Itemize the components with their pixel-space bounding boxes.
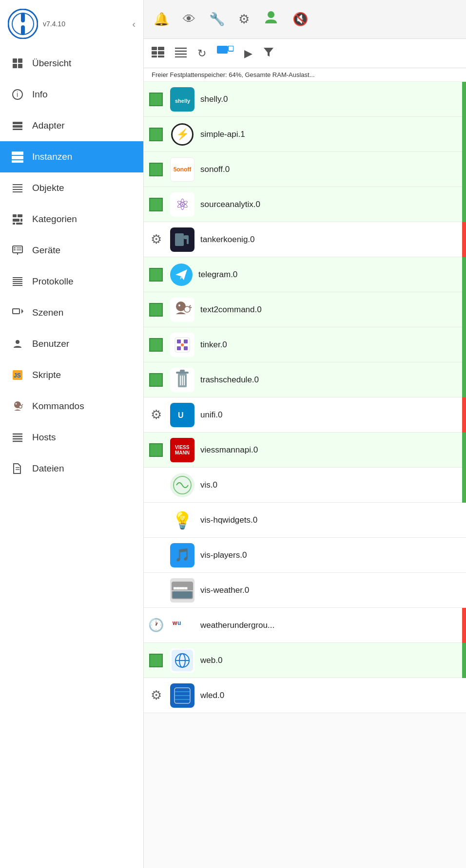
svg-marker-38 [21, 309, 23, 314]
list-item[interactable]: ⚡ simple-api.1 [144, 117, 466, 152]
status-indicator: ⚙ [148, 231, 164, 248]
svg-rect-3 [21, 25, 25, 35]
status-indicator [148, 126, 164, 143]
instance-name: text2command.0 [198, 305, 462, 315]
right-status-indicator [462, 152, 466, 187]
sidebar-item-info[interactable]: i Info [0, 79, 143, 110]
table-view-icon[interactable] [152, 47, 164, 60]
svg-point-39 [16, 340, 19, 344]
svg-rect-6 [13, 64, 17, 68]
svg-rect-10 [13, 122, 22, 124]
instance-name: vis-weather.0 [198, 585, 462, 595]
sidebar-item-szenen[interactable]: Szenen [0, 297, 143, 328]
status-indicator [148, 512, 164, 528]
svg-text:JS: JS [14, 372, 21, 379]
sidebar-item-kategorien[interactable]: Kategorien [0, 204, 143, 235]
kategorien-icon [11, 212, 24, 226]
status-square-green [149, 268, 163, 282]
sidebar-item-protokolle[interactable]: Protokolle [0, 266, 143, 297]
sidebar-item-uebersicht[interactable]: Übersicht [0, 48, 143, 79]
svg-rect-22 [13, 219, 19, 222]
right-status-indicator [462, 327, 466, 362]
benutzer-icon [11, 337, 24, 351]
settings-icon[interactable]: ⚙ [238, 12, 250, 27]
svg-rect-12 [13, 129, 22, 130]
status-indicator [148, 442, 164, 458]
instance-name: weatherundergrou... [198, 621, 462, 630]
svg-point-43 [16, 403, 17, 405]
list-item[interactable]: ⚙ U unifi.0 [144, 397, 466, 433]
sound-off-icon[interactable]: 🔇 [292, 12, 308, 27]
svg-line-77 [189, 305, 191, 307]
wrench-icon[interactable]: 🔧 [209, 12, 225, 27]
list-item[interactable]: shelly shelly.0 [144, 82, 466, 117]
sidebar-item-skripte[interactable]: JS Skripte [0, 359, 143, 391]
right-status-indicator [462, 117, 466, 152]
info-icon: i [11, 88, 24, 101]
right-status-indicator [462, 573, 466, 608]
sidebar-item-adapter[interactable]: Adapter [0, 110, 143, 141]
list-item[interactable]: text2command.0 [144, 292, 466, 327]
top-toolbar: 🔔 👁 🔧 ⚙ 🔇 [144, 0, 466, 39]
status-square-green [149, 128, 163, 141]
instance-name: tankerkoenig.0 [198, 235, 462, 245]
list-view-icon[interactable] [175, 47, 187, 60]
sidebar-item-benutzer[interactable]: Benutzer [0, 328, 143, 359]
instance-name: vis-players.0 [198, 550, 462, 560]
status-square-green [149, 654, 163, 667]
sidebar-item-label-skripte: Skripte [32, 370, 61, 380]
szenen-icon [11, 306, 24, 320]
status-indicator [148, 302, 164, 318]
svg-rect-7 [18, 64, 22, 68]
bell-icon[interactable]: 🔔 [154, 12, 169, 27]
navigation: Übersicht i Info Adapter [0, 48, 143, 868]
second-toolbar: ↻ ▶ [144, 39, 466, 68]
instance-name: trashschedule.0 [198, 375, 462, 385]
status-square-green [149, 443, 163, 457]
list-item[interactable]: ⚙ tankerkoenig.0 [144, 222, 466, 257]
sidebar-item-objekte[interactable]: Objekte [0, 172, 143, 204]
eye-icon[interactable]: 👁 [183, 12, 195, 27]
list-item[interactable]: tinker.0 [144, 327, 466, 362]
list-item[interactable]: trashschedule.0 [144, 362, 466, 397]
list-item[interactable]: telegram.0 [144, 257, 466, 292]
sidebar-item-hosts[interactable]: Hosts [0, 422, 143, 453]
sidebar-item-kommandos[interactable]: Kommandos [0, 391, 143, 422]
refresh-icon[interactable]: ↻ [197, 47, 206, 60]
sidebar-item-geraete[interactable]: Geräte [0, 235, 143, 266]
list-item[interactable]: web.0 [144, 643, 466, 678]
status-indicator [148, 196, 164, 213]
adapter-logo-vis [170, 473, 194, 497]
status-indicator [148, 337, 164, 353]
monitor-icon[interactable] [217, 46, 233, 61]
svg-rect-25 [16, 223, 22, 225]
list-item[interactable]: ⚛ sourceanalytix.0 [144, 187, 466, 222]
list-item[interactable]: ⚙ wled.0 [144, 678, 466, 713]
sidebar-item-instanzen[interactable]: Instanzen [0, 141, 143, 172]
status-indicator [148, 91, 164, 108]
status-indicator [148, 161, 164, 178]
collapse-button[interactable]: ‹ [132, 19, 136, 30]
list-item[interactable]: vis.0 [144, 468, 466, 503]
objekte-icon [11, 181, 24, 195]
list-item[interactable]: 5onoff sonoff.0 [144, 152, 466, 187]
svg-line-45 [22, 404, 23, 405]
status-indicator: 🕐 [148, 617, 164, 634]
filter-icon[interactable] [263, 47, 274, 60]
svg-rect-13 [12, 151, 23, 155]
svg-rect-37 [13, 309, 19, 314]
person-icon[interactable] [263, 10, 279, 29]
svg-rect-58 [158, 56, 164, 57]
sidebar-item-dateien[interactable]: Dateien [0, 453, 143, 484]
list-item[interactable]: 💡 vis-hqwidgets.0 [144, 503, 466, 538]
list-item[interactable]: VIESSMANN viessmannapi.0 [144, 433, 466, 468]
list-item[interactable]: 🎵 vis-players.0 [144, 538, 466, 573]
status-indicator [148, 582, 164, 599]
status-gear-icon: ⚙ [151, 232, 162, 247]
play-icon[interactable]: ▶ [244, 47, 252, 60]
list-item[interactable]: ▄▄▄▄▄ vis-weather.0 [144, 573, 466, 608]
svg-rect-4 [13, 58, 17, 63]
svg-rect-15 [12, 160, 23, 163]
list-item[interactable]: 🕐 w u weatherundergrou... [144, 608, 466, 643]
status-indicator [148, 372, 164, 388]
